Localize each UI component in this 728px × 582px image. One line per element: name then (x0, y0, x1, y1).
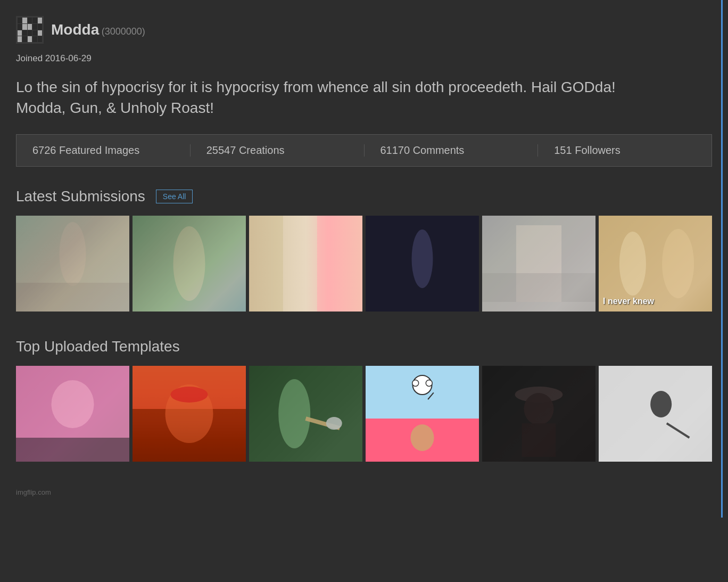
svg-point-41 (650, 391, 672, 417)
stat-featured[interactable]: 6726 Featured Images (16, 144, 191, 157)
svg-rect-39 (522, 423, 556, 457)
svg-point-30 (412, 380, 419, 387)
stat-creations[interactable]: 25547 Creations (191, 144, 365, 157)
top-templates-header: Top Uploaded Templates (16, 338, 712, 355)
top-templates-grid (16, 366, 712, 462)
submission-image-5[interactable] (482, 216, 595, 312)
svg-point-16 (662, 229, 694, 298)
svg-point-18 (52, 380, 94, 428)
latest-submissions-title: Latest Submissions (16, 188, 145, 205)
svg-point-35 (411, 424, 434, 451)
latest-submissions-grid: I never knew (16, 216, 712, 312)
svg-rect-19 (16, 438, 129, 462)
svg-rect-2 (16, 283, 129, 312)
submission-image-4[interactable] (366, 216, 479, 312)
avatar (16, 16, 44, 44)
svg-point-31 (426, 380, 432, 387)
svg-rect-6 (249, 216, 283, 312)
username[interactable]: Modda (51, 21, 99, 38)
join-date: Joined 2016-06-29 (16, 53, 712, 64)
submission-image-1[interactable] (16, 216, 129, 312)
svg-rect-13 (482, 273, 595, 302)
svg-point-10 (412, 229, 433, 288)
top-templates-title: Top Uploaded Templates (16, 338, 180, 355)
svg-rect-8 (317, 216, 362, 312)
svg-point-38 (524, 393, 554, 425)
submission-image-3[interactable] (249, 216, 362, 312)
user-header: Modda (3000000) (16, 16, 712, 44)
stats-bar: 6726 Featured Images 25547 Creations 611… (16, 134, 712, 167)
footer: imgflip.com (16, 488, 712, 496)
template-image-5[interactable] (482, 366, 595, 462)
template-image-2[interactable] (133, 366, 246, 462)
page-wrapper: Modda (3000000) Joined 2016-06-29 Lo the… (0, 0, 728, 518)
template-image-6[interactable] (599, 366, 712, 462)
submission-image-6[interactable]: I never knew (599, 216, 712, 312)
user-bio: Lo the sin of hypocrisy for it is hypocr… (16, 77, 655, 118)
stat-followers[interactable]: 151 Followers (538, 144, 712, 157)
user-name-group: Modda (3000000) (51, 21, 145, 38)
svg-point-25 (278, 379, 310, 448)
svg-point-1 (60, 222, 86, 286)
svg-point-23 (171, 387, 208, 403)
svg-point-27 (326, 417, 342, 430)
template-image-1[interactable] (16, 366, 129, 462)
svg-point-15 (619, 232, 646, 296)
template-image-3[interactable] (249, 366, 362, 462)
thumb-overlay-text: I never knew (603, 297, 654, 306)
template-image-4[interactable] (366, 366, 479, 462)
user-id: (3000000) (102, 26, 145, 37)
latest-submissions-header: Latest Submissions See All (16, 188, 712, 205)
svg-point-4 (173, 226, 205, 301)
stat-comments[interactable]: 61170 Comments (365, 144, 539, 157)
see-all-button[interactable]: See All (156, 190, 193, 203)
submission-image-2[interactable] (133, 216, 246, 312)
